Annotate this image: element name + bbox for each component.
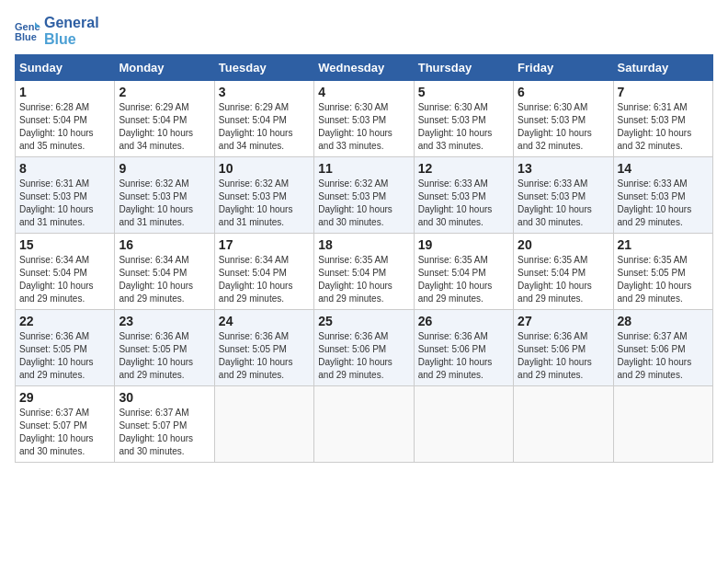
day-number: 16 [119,237,210,252]
day-number: 25 [318,314,409,328]
day-number: 29 [19,390,110,405]
calendar-week-row: 15Sunrise: 6:34 AM Sunset: 5:04 PM Dayli… [16,234,713,310]
col-friday: Friday [514,55,613,81]
day-number: 4 [318,85,409,99]
table-cell: 22Sunrise: 6:36 AM Sunset: 5:05 PM Dayli… [16,310,115,386]
day-number: 6 [518,85,609,99]
day-detail: Sunrise: 6:30 AM Sunset: 5:03 PM Dayligh… [418,101,509,153]
day-number: 24 [219,314,310,328]
col-sunday: Sunday [16,55,115,81]
day-detail: Sunrise: 6:35 AM Sunset: 5:05 PM Dayligh… [618,254,709,305]
table-cell [613,386,712,463]
table-cell: 1Sunrise: 6:28 AM Sunset: 5:04 PM Daylig… [16,81,115,157]
table-cell: 17Sunrise: 6:34 AM Sunset: 5:04 PM Dayli… [214,234,313,310]
calendar-table: Sunday Monday Tuesday Wednesday Thursday… [15,54,713,463]
table-cell: 12Sunrise: 6:33 AM Sunset: 5:03 PM Dayli… [414,157,513,234]
table-cell: 15Sunrise: 6:34 AM Sunset: 5:04 PM Dayli… [16,234,115,310]
day-number: 14 [618,161,709,176]
table-cell: 26Sunrise: 6:36 AM Sunset: 5:06 PM Dayli… [414,310,513,386]
table-cell: 29Sunrise: 6:37 AM Sunset: 5:07 PM Dayli… [16,386,115,463]
day-number: 1 [19,85,110,99]
day-detail: Sunrise: 6:34 AM Sunset: 5:04 PM Dayligh… [19,254,110,305]
logo: General Blue General Blue [15,15,99,47]
day-detail: Sunrise: 6:36 AM Sunset: 5:05 PM Dayligh… [19,330,110,382]
day-detail: Sunrise: 6:32 AM Sunset: 5:03 PM Dayligh… [119,178,210,229]
table-cell: 24Sunrise: 6:36 AM Sunset: 5:05 PM Dayli… [214,310,313,386]
table-cell: 27Sunrise: 6:36 AM Sunset: 5:06 PM Dayli… [514,310,613,386]
table-cell: 10Sunrise: 6:32 AM Sunset: 5:03 PM Dayli… [214,157,313,234]
table-cell: 2Sunrise: 6:29 AM Sunset: 5:04 PM Daylig… [115,81,214,157]
table-cell: 3Sunrise: 6:29 AM Sunset: 5:04 PM Daylig… [214,81,313,157]
day-detail: Sunrise: 6:37 AM Sunset: 5:07 PM Dayligh… [19,407,110,458]
calendar-week-row: 8Sunrise: 6:31 AM Sunset: 5:03 PM Daylig… [16,157,713,234]
day-number: 15 [19,237,110,252]
table-cell [214,386,313,463]
day-detail: Sunrise: 6:33 AM Sunset: 5:03 PM Dayligh… [418,178,509,229]
table-cell: 30Sunrise: 6:37 AM Sunset: 5:07 PM Dayli… [115,386,214,463]
day-detail: Sunrise: 6:33 AM Sunset: 5:03 PM Dayligh… [518,178,609,229]
table-cell: 8Sunrise: 6:31 AM Sunset: 5:03 PM Daylig… [16,157,115,234]
day-detail: Sunrise: 6:30 AM Sunset: 5:03 PM Dayligh… [318,101,409,153]
col-thursday: Thursday [414,55,513,81]
logo-blue: Blue [44,31,99,48]
day-number: 17 [219,237,310,252]
table-cell: 5Sunrise: 6:30 AM Sunset: 5:03 PM Daylig… [414,81,513,157]
day-number: 13 [518,161,609,176]
calendar-header-row: Sunday Monday Tuesday Wednesday Thursday… [16,55,713,81]
day-detail: Sunrise: 6:32 AM Sunset: 5:03 PM Dayligh… [219,178,310,229]
day-detail: Sunrise: 6:36 AM Sunset: 5:06 PM Dayligh… [418,330,509,382]
day-detail: Sunrise: 6:36 AM Sunset: 5:05 PM Dayligh… [219,330,310,382]
day-detail: Sunrise: 6:31 AM Sunset: 5:03 PM Dayligh… [618,101,709,153]
table-cell: 11Sunrise: 6:32 AM Sunset: 5:03 PM Dayli… [314,157,414,234]
day-number: 18 [318,237,409,252]
calendar-week-row: 29Sunrise: 6:37 AM Sunset: 5:07 PM Dayli… [16,386,713,463]
day-number: 3 [219,85,310,99]
table-cell: 23Sunrise: 6:36 AM Sunset: 5:05 PM Dayli… [115,310,214,386]
logo-icon: General Blue [15,20,40,42]
col-tuesday: Tuesday [214,55,313,81]
col-saturday: Saturday [613,55,712,81]
day-detail: Sunrise: 6:32 AM Sunset: 5:03 PM Dayligh… [318,178,409,229]
day-detail: Sunrise: 6:29 AM Sunset: 5:04 PM Dayligh… [219,101,310,153]
table-cell: 9Sunrise: 6:32 AM Sunset: 5:03 PM Daylig… [115,157,214,234]
day-number: 10 [219,161,310,176]
day-number: 22 [19,314,110,328]
day-detail: Sunrise: 6:34 AM Sunset: 5:04 PM Dayligh… [219,254,310,305]
calendar-week-row: 22Sunrise: 6:36 AM Sunset: 5:05 PM Dayli… [16,310,713,386]
day-detail: Sunrise: 6:35 AM Sunset: 5:04 PM Dayligh… [418,254,509,305]
day-detail: Sunrise: 6:36 AM Sunset: 5:06 PM Dayligh… [518,330,609,382]
day-detail: Sunrise: 6:31 AM Sunset: 5:03 PM Dayligh… [19,178,110,229]
day-detail: Sunrise: 6:35 AM Sunset: 5:04 PM Dayligh… [318,254,409,305]
logo-general: General [44,15,99,31]
day-detail: Sunrise: 6:28 AM Sunset: 5:04 PM Dayligh… [19,101,110,153]
day-number: 28 [618,314,709,328]
day-number: 26 [418,314,509,328]
day-number: 2 [119,85,210,99]
day-number: 27 [518,314,609,328]
table-cell: 25Sunrise: 6:36 AM Sunset: 5:06 PM Dayli… [314,310,414,386]
day-detail: Sunrise: 6:30 AM Sunset: 5:03 PM Dayligh… [518,101,609,153]
day-number: 19 [418,237,509,252]
day-number: 12 [418,161,509,176]
day-detail: Sunrise: 6:36 AM Sunset: 5:05 PM Dayligh… [119,330,210,382]
svg-text:Blue: Blue [15,31,37,42]
table-cell [414,386,513,463]
table-cell: 14Sunrise: 6:33 AM Sunset: 5:03 PM Dayli… [613,157,712,234]
table-cell: 21Sunrise: 6:35 AM Sunset: 5:05 PM Dayli… [613,234,712,310]
table-cell: 7Sunrise: 6:31 AM Sunset: 5:03 PM Daylig… [613,81,712,157]
day-detail: Sunrise: 6:37 AM Sunset: 5:06 PM Dayligh… [618,330,709,382]
table-cell: 18Sunrise: 6:35 AM Sunset: 5:04 PM Dayli… [314,234,414,310]
calendar-week-row: 1Sunrise: 6:28 AM Sunset: 5:04 PM Daylig… [16,81,713,157]
table-cell: 16Sunrise: 6:34 AM Sunset: 5:04 PM Dayli… [115,234,214,310]
table-cell [514,386,613,463]
day-number: 5 [418,85,509,99]
table-cell: 13Sunrise: 6:33 AM Sunset: 5:03 PM Dayli… [514,157,613,234]
day-number: 30 [119,390,210,405]
table-cell: 28Sunrise: 6:37 AM Sunset: 5:06 PM Dayli… [613,310,712,386]
day-number: 11 [318,161,409,176]
day-number: 7 [618,85,709,99]
day-number: 23 [119,314,210,328]
day-detail: Sunrise: 6:36 AM Sunset: 5:06 PM Dayligh… [318,330,409,382]
day-detail: Sunrise: 6:33 AM Sunset: 5:03 PM Dayligh… [618,178,709,229]
page-header: General Blue General Blue [15,15,713,47]
